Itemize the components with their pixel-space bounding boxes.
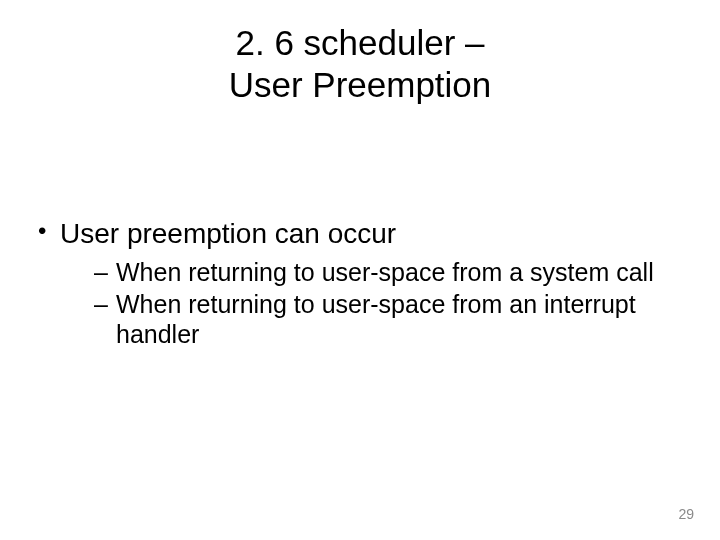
slide-title: 2. 6 scheduler – User Preemption	[30, 22, 690, 106]
sub-bullet-list: When returning to user-space from a syst…	[60, 257, 690, 349]
bullet-main-text: User preemption can occur	[60, 218, 396, 249]
slide-body: User preemption can occur When returning…	[30, 216, 690, 349]
title-line-1: 2. 6 scheduler –	[235, 23, 484, 62]
sub-bullet-1: When returning to user-space from a syst…	[60, 257, 690, 287]
title-line-2: User Preemption	[229, 65, 492, 104]
sub-bullet-2: When returning to user-space from an int…	[60, 289, 690, 349]
bullet-main: User preemption can occur When returning…	[30, 216, 690, 349]
page-number: 29	[678, 506, 694, 522]
bullet-list: User preemption can occur When returning…	[30, 216, 690, 349]
slide: 2. 6 scheduler – User Preemption User pr…	[0, 0, 720, 540]
